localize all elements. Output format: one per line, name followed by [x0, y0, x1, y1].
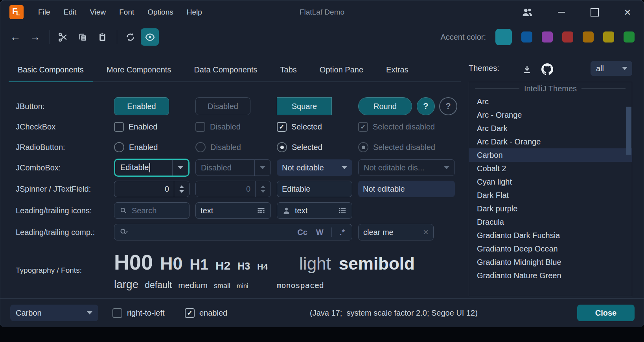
- accent-swatch-default-selected[interactable]: [495, 29, 512, 45]
- accent-swatch-green[interactable]: [624, 31, 635, 43]
- whole-word-button[interactable]: W: [314, 228, 326, 237]
- spinner-value[interactable]: 0: [114, 185, 174, 194]
- clearable-field[interactable]: clear me ×: [358, 224, 434, 240]
- tab-option-pane[interactable]: Option Pane: [311, 65, 372, 81]
- theme-item-gradianto-dark-fuchsia[interactable]: Gradianto Dark Fuchsia: [469, 229, 632, 242]
- spinner-arrows[interactable]: [174, 181, 189, 197]
- table-grid-icon[interactable]: [256, 206, 266, 215]
- scissors-icon: [58, 32, 68, 43]
- menu-file[interactable]: File: [31, 5, 57, 20]
- menu-font[interactable]: Font: [112, 5, 141, 20]
- right-to-left-checkbox[interactable]: [112, 308, 122, 318]
- checkbox-selected[interactable]: ✓: [277, 122, 287, 132]
- accent-swatch-blue[interactable]: [521, 31, 532, 43]
- themes-scrollbar-thumb[interactable]: [626, 107, 631, 155]
- forward-button[interactable]: →: [26, 28, 44, 46]
- accent-swatch-orange[interactable]: [583, 31, 594, 43]
- accent-swatch-purple[interactable]: [542, 31, 553, 43]
- cut-button[interactable]: [54, 28, 72, 46]
- lookandfeel-combobox[interactable]: Carbon: [10, 305, 98, 321]
- tab-data-components[interactable]: Data Components: [185, 65, 266, 81]
- tab-extras[interactable]: Extras: [377, 65, 418, 81]
- tab-tabs[interactable]: Tabs: [271, 65, 306, 81]
- spinner-down-icon[interactable]: [179, 190, 184, 193]
- person-icon: [282, 206, 291, 215]
- checkbox-enabled[interactable]: [114, 122, 124, 132]
- round-button[interactable]: Round: [358, 97, 412, 115]
- enabled-checkbox[interactable]: ✓: [185, 308, 195, 318]
- copy-button[interactable]: [74, 28, 92, 46]
- refresh-button[interactable]: [121, 28, 139, 46]
- textfield-editable-value[interactable]: Editable: [282, 185, 347, 194]
- clear-icon[interactable]: ×: [423, 227, 429, 237]
- spinner-up-icon: [261, 185, 265, 188]
- menu-view[interactable]: View: [83, 5, 112, 20]
- themes-label: Themes:: [469, 64, 499, 73]
- minimize-button[interactable]: [545, 0, 578, 24]
- spinner-enabled[interactable]: 0: [114, 181, 190, 197]
- radio-disabled: [195, 142, 206, 152]
- back-button[interactable]: ←: [6, 28, 24, 46]
- close-button[interactable]: Close: [577, 305, 635, 321]
- textfield-editable[interactable]: Editable: [277, 181, 352, 197]
- enabled-checkbox-group[interactable]: ✓ enabled: [185, 299, 227, 327]
- match-case-button[interactable]: Cc: [295, 228, 310, 237]
- theme-item-gradianto-midnight-blue[interactable]: Gradianto Midnight Blue: [469, 255, 632, 269]
- tab-more-components[interactable]: More Components: [98, 65, 180, 81]
- show-hidden-toggle-button[interactable]: [141, 28, 159, 46]
- theme-item-gradianto-nature-green[interactable]: Gradianto Nature Green: [469, 269, 632, 282]
- maximize-icon: [591, 8, 599, 17]
- theme-item-cobalt-2[interactable]: Cobalt 2: [469, 162, 632, 175]
- text-field-value[interactable]: text: [201, 206, 252, 215]
- tab-basic-components[interactable]: Basic Components: [9, 65, 93, 81]
- textfield-not-editable: Not editable: [358, 181, 455, 197]
- regex-button[interactable]: .*: [337, 228, 347, 237]
- text-field-with-user-icon[interactable]: text: [277, 202, 352, 219]
- help-button-filled[interactable]: ?: [417, 97, 435, 115]
- check-icon: ✓: [279, 124, 284, 130]
- theme-item-cyan-light[interactable]: Cyan light: [469, 175, 632, 189]
- theme-item-carbon[interactable]: Carbon: [469, 148, 632, 162]
- themes-filter-value: all: [591, 64, 617, 73]
- theme-item-arc-dark[interactable]: Arc Dark: [469, 122, 632, 135]
- radio-dot: [280, 146, 284, 149]
- users-button[interactable]: [510, 0, 545, 24]
- combobox-not-editable[interactable]: Not editable: [277, 159, 352, 176]
- accent-swatch-yellow[interactable]: [603, 31, 614, 43]
- theme-item-gradianto-deep-ocean[interactable]: Gradianto Deep Ocean: [469, 242, 632, 255]
- menu-edit[interactable]: Edit: [57, 5, 83, 20]
- combobox-editable-value[interactable]: Editable: [115, 163, 172, 172]
- accent-swatch-red[interactable]: [562, 31, 573, 43]
- enabled-button[interactable]: Enabled: [114, 97, 169, 115]
- theme-item-dark-purple[interactable]: Dark purple: [469, 202, 632, 215]
- close-window-button[interactable]: ×: [611, 0, 644, 24]
- themes-filter-combobox[interactable]: all: [591, 61, 632, 76]
- combobox-arrow-button[interactable]: [172, 160, 188, 176]
- text-field-value[interactable]: text: [295, 206, 334, 215]
- menu-options[interactable]: Options: [141, 5, 180, 20]
- search-field-with-options[interactable]: Cc W .*: [114, 224, 352, 240]
- clearable-field-value[interactable]: clear me: [363, 228, 419, 237]
- menu-help[interactable]: Help: [180, 5, 209, 20]
- search-with-dropdown-icon[interactable]: [119, 227, 129, 237]
- radio-enabled[interactable]: [114, 142, 124, 152]
- h0-sample: H0: [160, 253, 183, 274]
- help-button-outline[interactable]: ?: [439, 97, 457, 115]
- theme-item-dracula[interactable]: Dracula: [469, 215, 632, 229]
- theme-item-arc-dark-orange[interactable]: Arc Dark - Orange: [469, 135, 632, 148]
- menu-list-icon[interactable]: [338, 206, 347, 215]
- right-to-left-checkbox-group[interactable]: right-to-left: [112, 299, 165, 327]
- square-button[interactable]: Square: [277, 97, 332, 115]
- search-field[interactable]: Search: [114, 202, 190, 219]
- spinner-up-icon[interactable]: [179, 185, 184, 188]
- combobox-arrow-button[interactable]: [337, 159, 352, 176]
- github-button[interactable]: [539, 61, 556, 77]
- combobox-editable[interactable]: Editable: [114, 159, 190, 177]
- radio-selected[interactable]: [277, 142, 287, 152]
- text-field-with-table-icon[interactable]: text: [195, 202, 271, 219]
- toolbar-separator: [117, 30, 117, 44]
- paste-button[interactable]: [93, 28, 111, 46]
- theme-item-dark-flat[interactable]: Dark Flat: [469, 189, 632, 202]
- download-themes-button[interactable]: [518, 61, 535, 77]
- maximize-button[interactable]: [578, 0, 611, 24]
